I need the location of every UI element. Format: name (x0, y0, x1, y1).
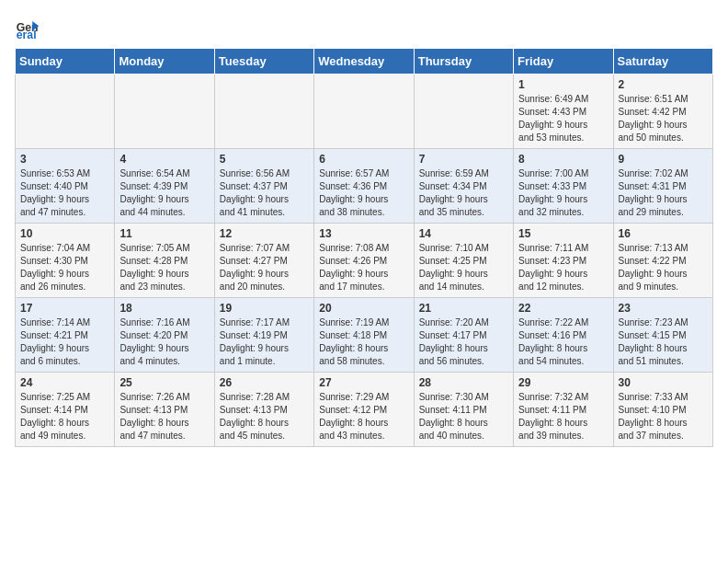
calendar-week-row: 17Sunrise: 7:14 AM Sunset: 4:21 PM Dayli… (16, 298, 713, 373)
day-info: Sunrise: 7:14 AM Sunset: 4:21 PM Dayligh… (20, 316, 109, 368)
calendar-cell: 17Sunrise: 7:14 AM Sunset: 4:21 PM Dayli… (16, 298, 115, 373)
calendar-cell: 30Sunrise: 7:33 AM Sunset: 4:10 PM Dayli… (613, 373, 712, 447)
day-info: Sunrise: 7:05 AM Sunset: 4:28 PM Dayligh… (119, 242, 209, 293)
day-info: Sunrise: 7:19 AM Sunset: 4:18 PM Dayligh… (319, 316, 408, 368)
day-number: 16 (619, 227, 708, 240)
day-number: 28 (419, 376, 508, 389)
col-header-tuesday: Tuesday (214, 49, 313, 75)
day-number: 1 (518, 78, 608, 91)
day-number: 24 (20, 376, 109, 389)
day-info: Sunrise: 7:16 AM Sunset: 4:20 PM Dayligh… (119, 316, 209, 368)
day-number: 21 (419, 302, 508, 315)
day-info: Sunrise: 7:11 AM Sunset: 4:23 PM Dayligh… (518, 242, 608, 293)
day-info: Sunrise: 6:49 AM Sunset: 4:43 PM Dayligh… (518, 93, 608, 144)
day-number: 18 (119, 302, 209, 315)
day-info: Sunrise: 7:28 AM Sunset: 4:13 PM Dayligh… (220, 391, 309, 442)
col-header-saturday: Saturday (613, 49, 712, 75)
day-info: Sunrise: 7:25 AM Sunset: 4:14 PM Dayligh… (20, 391, 109, 442)
calendar-cell: 7Sunrise: 6:59 AM Sunset: 4:34 PM Daylig… (414, 149, 513, 224)
calendar-cell: 16Sunrise: 7:13 AM Sunset: 4:22 PM Dayli… (613, 224, 712, 298)
calendar-week-row: 24Sunrise: 7:25 AM Sunset: 4:14 PM Dayli… (16, 373, 713, 447)
day-info: Sunrise: 7:13 AM Sunset: 4:22 PM Dayligh… (619, 242, 708, 293)
logo: Gen eral (15, 15, 44, 40)
day-number: 22 (518, 302, 608, 315)
day-info: Sunrise: 7:02 AM Sunset: 4:31 PM Dayligh… (619, 167, 708, 219)
day-number: 27 (319, 376, 408, 389)
calendar-cell: 18Sunrise: 7:16 AM Sunset: 4:20 PM Dayli… (115, 298, 214, 373)
calendar-cell: 10Sunrise: 7:04 AM Sunset: 4:30 PM Dayli… (16, 224, 115, 298)
day-info: Sunrise: 7:32 AM Sunset: 4:11 PM Dayligh… (518, 391, 608, 442)
calendar-cell: 14Sunrise: 7:10 AM Sunset: 4:25 PM Dayli… (414, 224, 513, 298)
day-info: Sunrise: 7:29 AM Sunset: 4:12 PM Dayligh… (319, 391, 408, 442)
calendar-cell: 15Sunrise: 7:11 AM Sunset: 4:23 PM Dayli… (514, 224, 613, 298)
col-header-monday: Monday (115, 49, 214, 75)
day-number: 14 (419, 227, 508, 240)
day-info: Sunrise: 6:51 AM Sunset: 4:42 PM Dayligh… (619, 93, 708, 144)
day-info: Sunrise: 6:54 AM Sunset: 4:39 PM Dayligh… (119, 167, 209, 219)
calendar-cell (414, 75, 513, 149)
day-info: Sunrise: 7:30 AM Sunset: 4:11 PM Dayligh… (419, 391, 508, 442)
day-number: 29 (518, 376, 608, 389)
day-info: Sunrise: 7:07 AM Sunset: 4:27 PM Dayligh… (220, 242, 309, 293)
day-number: 15 (518, 227, 608, 240)
day-number: 5 (220, 153, 309, 166)
calendar-cell (16, 75, 115, 149)
calendar-cell: 5Sunrise: 6:56 AM Sunset: 4:37 PM Daylig… (214, 149, 313, 224)
calendar-cell: 22Sunrise: 7:22 AM Sunset: 4:16 PM Dayli… (514, 298, 613, 373)
day-number: 3 (20, 153, 109, 166)
day-number: 12 (220, 227, 309, 240)
day-number: 17 (20, 302, 109, 315)
calendar-cell: 6Sunrise: 6:57 AM Sunset: 4:36 PM Daylig… (314, 149, 414, 224)
page-header: Gen eral (15, 15, 713, 40)
calendar-header-row: SundayMondayTuesdayWednesdayThursdayFrid… (16, 49, 713, 75)
calendar-cell: 2Sunrise: 6:51 AM Sunset: 4:42 PM Daylig… (613, 75, 712, 149)
day-info: Sunrise: 6:56 AM Sunset: 4:37 PM Dayligh… (220, 167, 309, 219)
day-number: 25 (119, 376, 209, 389)
calendar-cell: 1Sunrise: 6:49 AM Sunset: 4:43 PM Daylig… (514, 75, 613, 149)
day-number: 6 (319, 153, 408, 166)
day-info: Sunrise: 6:53 AM Sunset: 4:40 PM Dayligh… (20, 167, 109, 219)
day-number: 30 (619, 376, 708, 389)
day-info: Sunrise: 7:23 AM Sunset: 4:15 PM Dayligh… (619, 316, 708, 368)
calendar-cell: 13Sunrise: 7:08 AM Sunset: 4:26 PM Dayli… (314, 224, 414, 298)
day-number: 10 (20, 227, 109, 240)
day-info: Sunrise: 7:26 AM Sunset: 4:13 PM Dayligh… (119, 391, 209, 442)
day-number: 23 (619, 302, 708, 315)
day-info: Sunrise: 6:59 AM Sunset: 4:34 PM Dayligh… (419, 167, 508, 219)
calendar-cell: 20Sunrise: 7:19 AM Sunset: 4:18 PM Dayli… (314, 298, 414, 373)
day-info: Sunrise: 7:20 AM Sunset: 4:17 PM Dayligh… (419, 316, 508, 368)
day-number: 13 (319, 227, 408, 240)
day-info: Sunrise: 7:10 AM Sunset: 4:25 PM Dayligh… (419, 242, 508, 293)
day-number: 19 (220, 302, 309, 315)
day-number: 8 (518, 153, 608, 166)
calendar-cell: 8Sunrise: 7:00 AM Sunset: 4:33 PM Daylig… (514, 149, 613, 224)
calendar-cell: 24Sunrise: 7:25 AM Sunset: 4:14 PM Dayli… (16, 373, 115, 447)
calendar-cell: 23Sunrise: 7:23 AM Sunset: 4:15 PM Dayli… (613, 298, 712, 373)
svg-text:eral: eral (17, 29, 37, 40)
calendar-cell: 26Sunrise: 7:28 AM Sunset: 4:13 PM Dayli… (214, 373, 313, 447)
calendar-cell: 21Sunrise: 7:20 AM Sunset: 4:17 PM Dayli… (414, 298, 513, 373)
day-info: Sunrise: 7:04 AM Sunset: 4:30 PM Dayligh… (20, 242, 109, 293)
calendar-cell: 27Sunrise: 7:29 AM Sunset: 4:12 PM Dayli… (314, 373, 414, 447)
calendar-cell: 12Sunrise: 7:07 AM Sunset: 4:27 PM Dayli… (214, 224, 313, 298)
logo-icon: Gen eral (15, 15, 40, 40)
calendar-cell: 4Sunrise: 6:54 AM Sunset: 4:39 PM Daylig… (115, 149, 214, 224)
day-info: Sunrise: 7:22 AM Sunset: 4:16 PM Dayligh… (518, 316, 608, 368)
calendar-cell: 29Sunrise: 7:32 AM Sunset: 4:11 PM Dayli… (514, 373, 613, 447)
day-number: 11 (119, 227, 209, 240)
calendar-cell (314, 75, 414, 149)
calendar-table: SundayMondayTuesdayWednesdayThursdayFrid… (15, 48, 713, 447)
day-number: 9 (619, 153, 708, 166)
calendar-cell (214, 75, 313, 149)
col-header-thursday: Thursday (414, 49, 513, 75)
calendar-week-row: 3Sunrise: 6:53 AM Sunset: 4:40 PM Daylig… (16, 149, 713, 224)
calendar-cell: 3Sunrise: 6:53 AM Sunset: 4:40 PM Daylig… (16, 149, 115, 224)
day-number: 7 (419, 153, 508, 166)
day-number: 2 (619, 78, 708, 91)
calendar-week-row: 1Sunrise: 6:49 AM Sunset: 4:43 PM Daylig… (16, 75, 713, 149)
calendar-cell: 25Sunrise: 7:26 AM Sunset: 4:13 PM Dayli… (115, 373, 214, 447)
calendar-cell: 19Sunrise: 7:17 AM Sunset: 4:19 PM Dayli… (214, 298, 313, 373)
day-info: Sunrise: 7:08 AM Sunset: 4:26 PM Dayligh… (319, 242, 408, 293)
calendar-cell: 11Sunrise: 7:05 AM Sunset: 4:28 PM Dayli… (115, 224, 214, 298)
calendar-cell (115, 75, 214, 149)
